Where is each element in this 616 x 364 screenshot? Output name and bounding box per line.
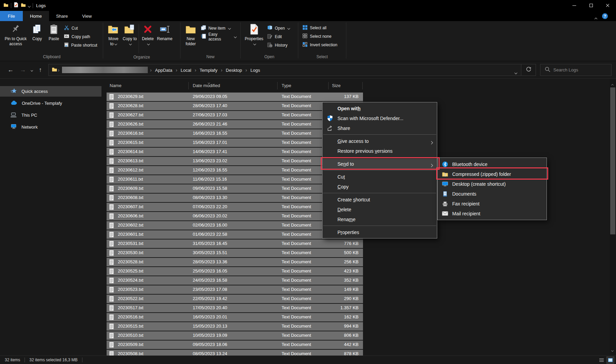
select-all-button[interactable]: Select all <box>300 23 339 32</box>
menu-item-share[interactable]: Share <box>322 123 437 133</box>
paste-shortcut-button[interactable]: Paste shortcut <box>62 41 99 49</box>
file-row[interactable]: 20230516.txt16/05/2023 20.01Text Documen… <box>107 313 363 322</box>
column-separator[interactable] <box>188 82 189 89</box>
details-view-button[interactable] <box>598 357 605 363</box>
file-size: 162 KB <box>344 314 359 319</box>
sidebar-item-quick-access[interactable]: Quick access <box>0 86 101 97</box>
new-item-button[interactable]: New item <box>199 24 238 32</box>
refresh-button[interactable] <box>521 64 536 76</box>
breadcrumb-crumb[interactable]: Desktop <box>223 68 245 73</box>
vertical-scrollbar[interactable] <box>610 79 616 355</box>
breadcrumb-crumb[interactable]: Templafy <box>197 68 220 73</box>
copy-path-button[interactable]: Copy path <box>62 32 99 41</box>
tab-view[interactable]: View <box>75 11 99 21</box>
column-header-name[interactable]: Name <box>110 83 122 88</box>
qat-dropdown-chevron-icon[interactable] <box>28 2 30 9</box>
menu-separator <box>323 157 436 158</box>
qat-properties-icon[interactable] <box>14 2 18 9</box>
cut-button[interactable]: Cut <box>62 24 99 32</box>
file-date-modified: 17/05/2023 20.40 <box>193 305 227 310</box>
menu-item-desktop-create-shortcut[interactable]: Desktop (create shortcut) <box>438 179 547 189</box>
collapse-ribbon-button[interactable] <box>595 15 597 21</box>
column-separator[interactable] <box>328 82 329 89</box>
pin-to-quick-access-button[interactable]: Pin to Quick access <box>3 22 29 53</box>
column-header-size[interactable]: Size <box>332 83 341 88</box>
search-input[interactable] <box>553 67 604 72</box>
column-separator[interactable] <box>277 82 278 89</box>
up-button[interactable]: ↑ <box>39 66 42 73</box>
menu-item-mail-recipient[interactable]: Mail recipient <box>438 209 547 218</box>
menu-item-send-to[interactable]: Send to <box>322 159 437 169</box>
menu-item-give-access-to[interactable]: Give access to <box>322 136 437 146</box>
sidebar-item-this-pc[interactable]: This PC <box>0 110 101 120</box>
file-row[interactable]: 20230523.txt23/05/2023 17.08Text Documen… <box>107 285 363 295</box>
menu-item-restore-previous-versions[interactable]: Restore previous versions <box>322 146 437 156</box>
thumbnails-view-button[interactable] <box>607 357 614 363</box>
scrollbar-thumb[interactable] <box>610 87 615 234</box>
menu-item-bluetooth-device[interactable]: Bluetooth device <box>438 159 547 169</box>
file-row[interactable]: 20230525.txt25/05/2023 16.05Text Documen… <box>107 267 363 276</box>
address-dropdown-chevron[interactable] <box>515 69 517 75</box>
paste-button[interactable]: Paste <box>46 22 62 53</box>
file-row[interactable]: 20230629.txt29/06/2023 09.05Text Documen… <box>107 93 363 102</box>
menu-item-fax-recipient[interactable]: Fax recipient <box>438 199 547 209</box>
properties-button[interactable]: Properties <box>243 22 265 53</box>
file-row[interactable]: 20230509.txt09/05/2023 18.06Text Documen… <box>107 341 363 350</box>
recent-locations-chevron[interactable] <box>31 66 33 73</box>
column-header-type[interactable]: Type <box>282 83 291 88</box>
file-row[interactable]: 20230515.txt15/05/2023 20.13Text Documen… <box>107 322 363 331</box>
easy-access-button[interactable]: Easy access <box>199 32 238 41</box>
breadcrumb-crumb[interactable]: Logs <box>248 68 263 73</box>
tab-share[interactable]: Share <box>49 11 75 21</box>
file-row[interactable]: 20230508.txt08/05/2023 13.24Text Documen… <box>107 350 363 355</box>
file-row[interactable]: 20230510.txt10/05/2023 19.09Text Documen… <box>107 331 363 341</box>
sidebar-item-onedrive[interactable]: OneDrive - Templafy <box>0 98 101 109</box>
file-row[interactable]: 20230517.txt17/05/2023 20.40Text Documen… <box>107 304 363 313</box>
menu-item-delete[interactable]: Delete <box>322 204 437 214</box>
scroll-up-arrow-icon[interactable] <box>612 81 613 87</box>
move-to-button[interactable]: Move to <box>105 22 122 53</box>
sidebar-item-network[interactable]: Network <box>0 122 101 132</box>
text-document-icon <box>109 278 114 284</box>
menu-item-documents[interactable]: Documents <box>438 189 547 199</box>
menu-item-create-shortcut[interactable]: Create shortcut <box>322 195 437 204</box>
copy-button[interactable]: Copy <box>29 22 46 53</box>
tab-home[interactable]: Home <box>23 11 49 21</box>
copy-to-button[interactable]: Copy to <box>122 22 138 53</box>
tab-file[interactable]: File <box>0 11 23 21</box>
edit-button[interactable]: Edit <box>265 32 292 41</box>
open-button[interactable]: Open <box>265 24 292 32</box>
history-button[interactable]: History <box>265 41 292 49</box>
search-box[interactable] <box>540 64 612 76</box>
forward-button[interactable]: → <box>20 66 26 73</box>
file-row[interactable]: 20230528.txt28/05/2023 13.36Text Documen… <box>107 258 363 267</box>
select-none-button[interactable]: Select none <box>300 32 339 40</box>
breadcrumb-crumb[interactable]: Local <box>178 68 194 73</box>
menu-item-properties[interactable]: Properties <box>322 227 437 237</box>
close-button[interactable] <box>599 0 616 11</box>
breadcrumb-crumb[interactable]: AppData <box>152 68 175 73</box>
menu-item-cut[interactable]: Cut <box>322 172 437 182</box>
scroll-down-arrow-icon[interactable] <box>612 347 613 353</box>
menu-item-compressed-zipped-folder[interactable]: Compressed (zipped) folder <box>438 169 547 179</box>
minimize-button[interactable] <box>566 0 583 11</box>
column-separator[interactable] <box>362 82 363 89</box>
help-icon[interactable]: ? <box>602 13 608 19</box>
menu-item-scan-with-microsoft-defender[interactable]: Scan with Microsoft Defender... <box>322 113 437 123</box>
address-bar[interactable]: › ›AppData›Local›Templafy›Desktop›Logs <box>48 64 521 76</box>
column-header-date-modified[interactable]: Date modified <box>193 83 220 88</box>
file-row[interactable]: 20230530.txt30/05/2023 15.51Text Documen… <box>107 249 363 258</box>
qat-folder-icon[interactable] <box>21 2 26 9</box>
menu-item-rename[interactable]: Rename <box>322 214 437 224</box>
maximize-button[interactable] <box>583 0 599 11</box>
delete-button[interactable]: Delete <box>140 22 156 53</box>
menu-item-open-with[interactable]: Open with <box>322 103 437 113</box>
menu-item-copy[interactable]: Copy <box>322 182 437 192</box>
rename-button[interactable]: Rename <box>156 22 173 53</box>
invert-selection-button[interactable]: Invert selection <box>300 40 339 49</box>
file-row[interactable]: 20230522.txt22/05/2023 19.42Text Documen… <box>107 295 363 304</box>
new-folder-button[interactable]: New folder <box>183 22 199 53</box>
file-row[interactable]: 20230524.txt24/05/2023 16.58Text Documen… <box>107 276 363 285</box>
back-button[interactable]: ← <box>7 66 14 73</box>
file-row[interactable]: 20230531.txt31/05/2023 16.45Text Documen… <box>107 239 363 249</box>
